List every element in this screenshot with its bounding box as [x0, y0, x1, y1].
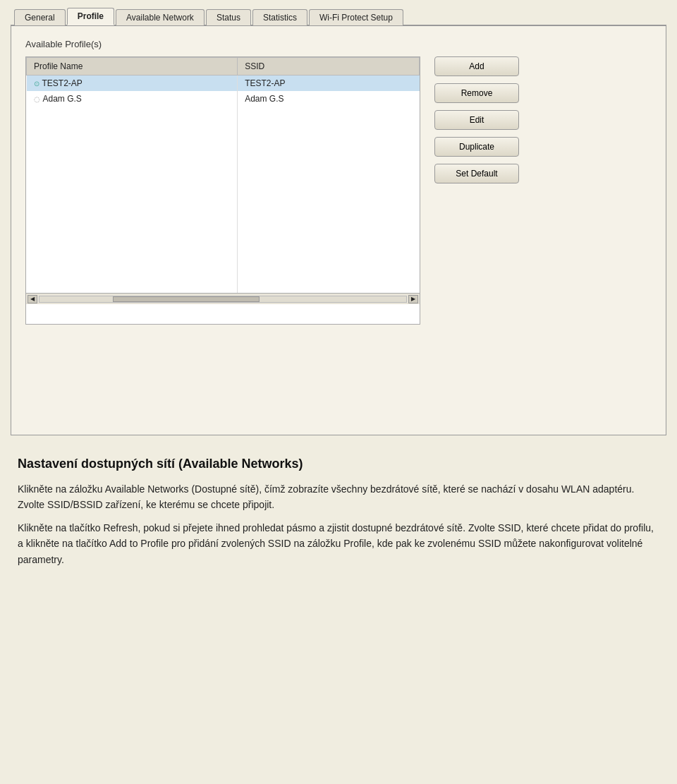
profile-area: Profile Name SSID ⊙TEST2-APTEST2-AP◌Adam… — [25, 56, 652, 325]
table-row-empty — [27, 138, 420, 153]
description-paragraph-1: Klikněte na záložku Available Networks (… — [18, 481, 659, 513]
profile-disconnected-icon: ◌ — [34, 95, 40, 103]
table-row-empty — [27, 246, 420, 262]
buttons-col: Add Remove Edit Duplicate Set Default — [434, 56, 519, 183]
table-row-empty — [27, 231, 420, 246]
set-default-button[interactable]: Set Default — [434, 164, 519, 183]
outer-wrapper: General Profile Available Network Status… — [0, 0, 677, 596]
tab-general[interactable]: General — [14, 9, 66, 25]
table-row[interactable]: ⊙TEST2-APTEST2-AP — [27, 76, 420, 92]
table-row[interactable]: ◌Adam G.SAdam G.S — [27, 91, 420, 107]
remove-button[interactable]: Remove — [434, 83, 519, 103]
edit-button[interactable]: Edit — [434, 110, 519, 130]
tab-status[interactable]: Status — [206, 9, 251, 25]
table-row-empty — [27, 200, 420, 215]
description-heading: Nastavení dostupných sítí (Available Net… — [18, 457, 659, 471]
profile-table-container: Profile Name SSID ⊙TEST2-APTEST2-AP◌Adam… — [25, 56, 420, 325]
add-button[interactable]: Add — [434, 56, 519, 76]
scrollbar-track — [39, 296, 407, 303]
main-panel: Available Profile(s) Profile Name SSID ⊙… — [11, 26, 666, 435]
tab-wifi-protect[interactable]: Wi-Fi Protect Setup — [309, 9, 403, 25]
section-title: Available Profile(s) — [25, 39, 652, 49]
table-row-empty — [27, 262, 420, 277]
table-row-empty — [27, 122, 420, 138]
table-row-empty — [27, 277, 420, 293]
profile-connected-icon: ⊙ — [34, 80, 39, 88]
table-row-empty — [27, 215, 420, 231]
ssid-cell: Adam G.S — [238, 91, 420, 107]
table-row-empty — [27, 169, 420, 184]
description-paragraph-2: Klikněte na tlačítko Refresh, pokud si p… — [18, 520, 659, 567]
tab-statistics[interactable]: Statistics — [252, 9, 307, 25]
scroll-left-arrow[interactable]: ◀ — [28, 295, 37, 303]
table-row-empty — [27, 153, 420, 169]
tab-bar: General Profile Available Network Status… — [11, 7, 666, 26]
profile-table: Profile Name SSID ⊙TEST2-APTEST2-AP◌Adam… — [26, 57, 420, 293]
profile-name-cell: ◌Adam G.S — [27, 91, 238, 107]
table-row-empty — [27, 184, 420, 200]
scroll-right-arrow[interactable]: ▶ — [408, 295, 418, 303]
scrollbar-thumb — [113, 296, 260, 302]
col-header-ssid: SSID — [238, 58, 420, 76]
table-scrollbar: ◀ ▶ — [26, 293, 420, 304]
duplicate-button[interactable]: Duplicate — [434, 137, 519, 157]
tab-profile[interactable]: Profile — [67, 8, 114, 25]
col-header-profile-name: Profile Name — [27, 58, 238, 76]
table-row-empty — [27, 107, 420, 122]
ssid-cell: TEST2-AP — [238, 76, 420, 92]
tab-available-network[interactable]: Available Network — [116, 9, 205, 25]
description-area: Nastavení dostupných sítí (Available Net… — [11, 435, 666, 589]
profile-name-cell: ⊙TEST2-AP — [27, 76, 238, 92]
